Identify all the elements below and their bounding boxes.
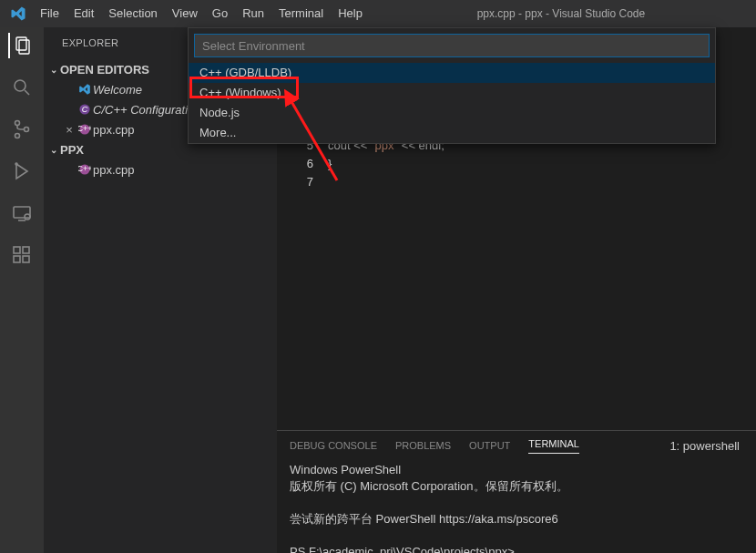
svg-rect-12 (14, 247, 20, 253)
quickpick-input[interactable] (194, 34, 710, 57)
svg-marker-7 (16, 164, 27, 179)
svg-point-11 (25, 214, 30, 220)
activity-bar (0, 27, 44, 553)
panel-tab-terminal[interactable]: TERMINAL (528, 438, 579, 454)
window-title: ppx.cpp - ppx - Visual Studio Code (370, 7, 752, 20)
svg-point-4 (15, 121, 20, 126)
file-label: ppx.cpp (93, 163, 135, 177)
scm-icon[interactable] (9, 117, 35, 142)
svg-text:C: C (82, 105, 88, 114)
menu-bar: FileEditSelectionViewGoRunTerminalHelp (33, 0, 370, 27)
panel-tab-debug-console[interactable]: DEBUG CONSOLE (290, 440, 377, 451)
svg-rect-1 (19, 40, 29, 54)
open-editors-label: OPEN EDITORS (60, 63, 149, 77)
svg-rect-9 (14, 207, 30, 218)
search-icon[interactable] (9, 75, 35, 100)
panel-tab-problems[interactable]: PROBLEMS (395, 440, 451, 451)
terminal-label: 1: powershell (669, 439, 740, 453)
menu-run[interactable]: Run (235, 0, 271, 27)
quickpick: C++ (GDB/LLDB)C++ (Windows)Node.jsMore..… (188, 27, 716, 144)
menu-terminal[interactable]: Terminal (271, 0, 331, 27)
menu-help[interactable]: Help (331, 0, 370, 27)
svg-rect-14 (23, 256, 29, 262)
file-icon: C++ (77, 123, 93, 136)
svg-point-6 (25, 128, 29, 132)
folder-label: PPX (60, 143, 84, 157)
svg-text:C++: C++ (78, 124, 91, 133)
file-label: ppx.cpp (93, 123, 135, 137)
panel-tabs: DEBUG CONSOLEPROBLEMSOUTPUTTERMINAL 1: p… (277, 431, 756, 460)
file-label: C/C++ Configurati (93, 103, 188, 117)
panel: DEBUG CONSOLEPROBLEMSOUTPUTTERMINAL 1: p… (277, 430, 756, 553)
terminal-output[interactable]: Windows PowerShell版权所有 (C) Microsoft Cor… (277, 460, 756, 553)
menu-selection[interactable]: Selection (101, 0, 164, 27)
title-bar: FileEditSelectionViewGoRunTerminalHelp p… (0, 0, 756, 27)
svg-point-2 (15, 80, 26, 91)
svg-rect-13 (14, 256, 20, 262)
svg-rect-15 (23, 247, 29, 253)
vscode-logo (7, 3, 29, 25)
close-icon[interactable]: × (62, 123, 77, 137)
folder-file[interactable]: C++ppx.cpp (44, 159, 277, 179)
menu-go[interactable]: Go (205, 0, 235, 27)
svg-point-5 (15, 134, 20, 138)
panel-tab-output[interactable]: OUTPUT (469, 440, 510, 451)
extensions-icon[interactable] (9, 242, 35, 268)
explorer-icon[interactable] (8, 33, 34, 58)
svg-text:C++: C++ (78, 164, 91, 173)
quickpick-item[interactable]: C++ (GDB/LLDB) (189, 63, 715, 83)
svg-rect-0 (16, 37, 26, 50)
file-icon (77, 83, 93, 96)
quickpick-item[interactable]: C++ (Windows) (189, 83, 715, 103)
svg-line-3 (25, 90, 29, 95)
remote-icon[interactable] (9, 200, 35, 226)
quickpick-item[interactable]: Node.js (189, 103, 715, 123)
menu-view[interactable]: View (165, 0, 205, 27)
menu-file[interactable]: File (33, 0, 66, 27)
menu-edit[interactable]: Edit (66, 0, 101, 27)
run-icon[interactable] (9, 159, 35, 184)
svg-point-8 (15, 163, 17, 165)
quickpick-item[interactable]: More... (189, 123, 715, 143)
file-icon: C++ (77, 163, 93, 176)
terminal-selector[interactable]: 1: powershell (669, 439, 740, 453)
file-icon: C (77, 103, 93, 116)
file-label: Welcome (93, 83, 142, 97)
